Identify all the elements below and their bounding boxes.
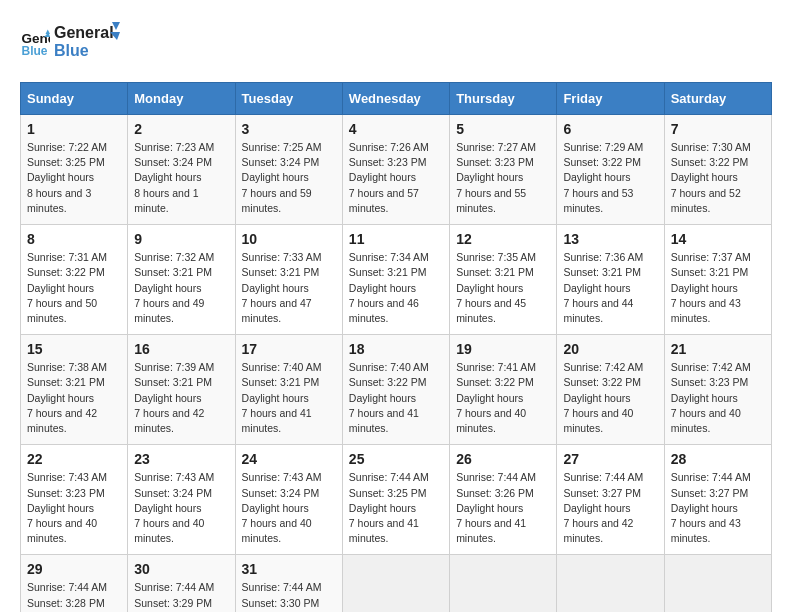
day-number: 27 [563, 451, 657, 467]
day-number: 6 [563, 121, 657, 137]
calendar-cell: 8 Sunrise: 7:31 AM Sunset: 3:22 PM Dayli… [21, 225, 128, 335]
logo-icon: General Blue [20, 28, 50, 58]
calendar-cell: 1 Sunrise: 7:22 AM Sunset: 3:25 PM Dayli… [21, 115, 128, 225]
svg-text:General: General [54, 24, 114, 41]
calendar-cell: 15 Sunrise: 7:38 AM Sunset: 3:21 PM Dayl… [21, 335, 128, 445]
calendar-cell: 20 Sunrise: 7:42 AM Sunset: 3:22 PM Dayl… [557, 335, 664, 445]
day-info: Sunrise: 7:44 AM Sunset: 3:29 PM Dayligh… [134, 580, 228, 612]
day-info: Sunrise: 7:43 AM Sunset: 3:23 PM Dayligh… [27, 470, 121, 546]
svg-text:Blue: Blue [22, 44, 48, 58]
day-info: Sunrise: 7:30 AM Sunset: 3:22 PM Dayligh… [671, 140, 765, 216]
calendar-cell: 18 Sunrise: 7:40 AM Sunset: 3:22 PM Dayl… [342, 335, 449, 445]
calendar-cell: 29 Sunrise: 7:44 AM Sunset: 3:28 PM Dayl… [21, 555, 128, 612]
day-info: Sunrise: 7:23 AM Sunset: 3:24 PM Dayligh… [134, 140, 228, 216]
day-number: 13 [563, 231, 657, 247]
day-number: 9 [134, 231, 228, 247]
day-info: Sunrise: 7:37 AM Sunset: 3:21 PM Dayligh… [671, 250, 765, 326]
day-number: 2 [134, 121, 228, 137]
day-number: 31 [242, 561, 336, 577]
calendar-cell: 21 Sunrise: 7:42 AM Sunset: 3:23 PM Dayl… [664, 335, 771, 445]
calendar-cell: 9 Sunrise: 7:32 AM Sunset: 3:21 PM Dayli… [128, 225, 235, 335]
weekday-header: Friday [557, 83, 664, 115]
calendar-cell: 28 Sunrise: 7:44 AM Sunset: 3:27 PM Dayl… [664, 445, 771, 555]
calendar-cell: 23 Sunrise: 7:43 AM Sunset: 3:24 PM Dayl… [128, 445, 235, 555]
day-number: 17 [242, 341, 336, 357]
calendar-cell: 3 Sunrise: 7:25 AM Sunset: 3:24 PM Dayli… [235, 115, 342, 225]
day-number: 16 [134, 341, 228, 357]
weekday-header: Thursday [450, 83, 557, 115]
day-number: 11 [349, 231, 443, 247]
calendar-cell: 30 Sunrise: 7:44 AM Sunset: 3:29 PM Dayl… [128, 555, 235, 612]
day-number: 14 [671, 231, 765, 247]
calendar-cell [450, 555, 557, 612]
day-info: Sunrise: 7:27 AM Sunset: 3:23 PM Dayligh… [456, 140, 550, 216]
calendar-cell [342, 555, 449, 612]
day-number: 28 [671, 451, 765, 467]
calendar-week-row: 1 Sunrise: 7:22 AM Sunset: 3:25 PM Dayli… [21, 115, 772, 225]
day-number: 5 [456, 121, 550, 137]
calendar-cell: 16 Sunrise: 7:39 AM Sunset: 3:21 PM Dayl… [128, 335, 235, 445]
calendar-cell: 27 Sunrise: 7:44 AM Sunset: 3:27 PM Dayl… [557, 445, 664, 555]
day-number: 30 [134, 561, 228, 577]
day-info: Sunrise: 7:22 AM Sunset: 3:25 PM Dayligh… [27, 140, 121, 216]
day-info: Sunrise: 7:44 AM Sunset: 3:25 PM Dayligh… [349, 470, 443, 546]
day-info: Sunrise: 7:29 AM Sunset: 3:22 PM Dayligh… [563, 140, 657, 216]
calendar-cell: 25 Sunrise: 7:44 AM Sunset: 3:25 PM Dayl… [342, 445, 449, 555]
calendar-cell: 5 Sunrise: 7:27 AM Sunset: 3:23 PM Dayli… [450, 115, 557, 225]
calendar-cell: 4 Sunrise: 7:26 AM Sunset: 3:23 PM Dayli… [342, 115, 449, 225]
calendar-cell: 6 Sunrise: 7:29 AM Sunset: 3:22 PM Dayli… [557, 115, 664, 225]
calendar-cell [557, 555, 664, 612]
svg-text:Blue: Blue [54, 42, 89, 59]
day-number: 20 [563, 341, 657, 357]
day-number: 21 [671, 341, 765, 357]
day-info: Sunrise: 7:34 AM Sunset: 3:21 PM Dayligh… [349, 250, 443, 326]
day-number: 1 [27, 121, 121, 137]
weekday-header: Tuesday [235, 83, 342, 115]
day-number: 8 [27, 231, 121, 247]
day-info: Sunrise: 7:38 AM Sunset: 3:21 PM Dayligh… [27, 360, 121, 436]
day-number: 4 [349, 121, 443, 137]
calendar-cell: 10 Sunrise: 7:33 AM Sunset: 3:21 PM Dayl… [235, 225, 342, 335]
day-info: Sunrise: 7:31 AM Sunset: 3:22 PM Dayligh… [27, 250, 121, 326]
calendar-table: SundayMondayTuesdayWednesdayThursdayFrid… [20, 82, 772, 612]
calendar-cell: 17 Sunrise: 7:40 AM Sunset: 3:21 PM Dayl… [235, 335, 342, 445]
day-info: Sunrise: 7:36 AM Sunset: 3:21 PM Dayligh… [563, 250, 657, 326]
page-header: General Blue General Blue [20, 20, 772, 66]
day-number: 26 [456, 451, 550, 467]
day-info: Sunrise: 7:42 AM Sunset: 3:22 PM Dayligh… [563, 360, 657, 436]
day-info: Sunrise: 7:43 AM Sunset: 3:24 PM Dayligh… [134, 470, 228, 546]
day-number: 22 [27, 451, 121, 467]
weekday-header: Saturday [664, 83, 771, 115]
day-number: 24 [242, 451, 336, 467]
day-number: 23 [134, 451, 228, 467]
day-number: 25 [349, 451, 443, 467]
calendar-week-row: 15 Sunrise: 7:38 AM Sunset: 3:21 PM Dayl… [21, 335, 772, 445]
calendar-cell: 26 Sunrise: 7:44 AM Sunset: 3:26 PM Dayl… [450, 445, 557, 555]
calendar-cell: 24 Sunrise: 7:43 AM Sunset: 3:24 PM Dayl… [235, 445, 342, 555]
day-info: Sunrise: 7:43 AM Sunset: 3:24 PM Dayligh… [242, 470, 336, 546]
day-number: 10 [242, 231, 336, 247]
calendar-cell: 7 Sunrise: 7:30 AM Sunset: 3:22 PM Dayli… [664, 115, 771, 225]
logo-svg: General Blue [54, 20, 124, 62]
day-number: 7 [671, 121, 765, 137]
day-info: Sunrise: 7:40 AM Sunset: 3:21 PM Dayligh… [242, 360, 336, 436]
calendar-week-row: 22 Sunrise: 7:43 AM Sunset: 3:23 PM Dayl… [21, 445, 772, 555]
day-info: Sunrise: 7:40 AM Sunset: 3:22 PM Dayligh… [349, 360, 443, 436]
calendar-cell: 22 Sunrise: 7:43 AM Sunset: 3:23 PM Dayl… [21, 445, 128, 555]
calendar-cell: 14 Sunrise: 7:37 AM Sunset: 3:21 PM Dayl… [664, 225, 771, 335]
calendar-cell: 2 Sunrise: 7:23 AM Sunset: 3:24 PM Dayli… [128, 115, 235, 225]
calendar-cell: 13 Sunrise: 7:36 AM Sunset: 3:21 PM Dayl… [557, 225, 664, 335]
weekday-header: Wednesday [342, 83, 449, 115]
weekday-header: Sunday [21, 83, 128, 115]
day-number: 29 [27, 561, 121, 577]
calendar-cell [664, 555, 771, 612]
calendar-week-row: 8 Sunrise: 7:31 AM Sunset: 3:22 PM Dayli… [21, 225, 772, 335]
day-info: Sunrise: 7:32 AM Sunset: 3:21 PM Dayligh… [134, 250, 228, 326]
day-info: Sunrise: 7:35 AM Sunset: 3:21 PM Dayligh… [456, 250, 550, 326]
day-info: Sunrise: 7:44 AM Sunset: 3:27 PM Dayligh… [671, 470, 765, 546]
calendar-cell: 12 Sunrise: 7:35 AM Sunset: 3:21 PM Dayl… [450, 225, 557, 335]
logo: General Blue General Blue [20, 20, 124, 66]
day-info: Sunrise: 7:44 AM Sunset: 3:28 PM Dayligh… [27, 580, 121, 612]
calendar-week-row: 29 Sunrise: 7:44 AM Sunset: 3:28 PM Dayl… [21, 555, 772, 612]
calendar-cell: 31 Sunrise: 7:44 AM Sunset: 3:30 PM Dayl… [235, 555, 342, 612]
